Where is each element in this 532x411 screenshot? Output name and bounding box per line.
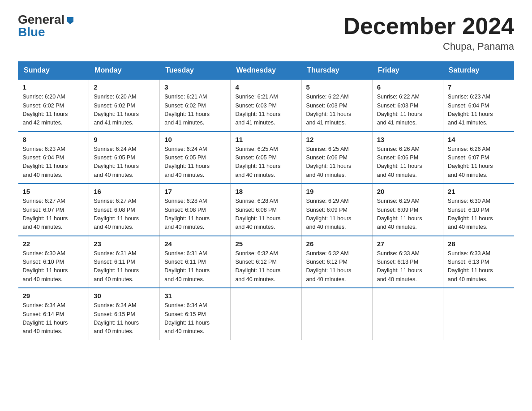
day-number: 2 [94,83,155,91]
header-monday: Monday [89,62,160,80]
page-header: General Blue December 2024 Chupa, Panama [18,13,514,52]
calendar-cell-w2-d2: 9 Sunrise: 6:24 AMSunset: 6:05 PMDayligh… [89,132,160,184]
calendar-header: Sunday Monday Tuesday Wednesday Thursday… [18,62,514,80]
day-number: 24 [164,240,226,248]
day-info: Sunrise: 6:28 AMSunset: 6:08 PMDaylight:… [235,197,296,232]
day-info: Sunrise: 6:34 AMSunset: 6:15 PMDaylight:… [94,301,155,336]
logo-general-text: General [18,13,64,26]
calendar-cell-w4-d5: 26 Sunrise: 6:32 AMSunset: 6:12 PMDaylig… [301,236,372,288]
calendar-cell-w1-d3: 3 Sunrise: 6:21 AMSunset: 6:02 PMDayligh… [160,79,231,132]
day-number: 9 [94,136,155,143]
day-number: 15 [23,188,85,195]
day-info: Sunrise: 6:31 AMSunset: 6:11 PMDaylight:… [164,249,226,284]
day-number: 16 [94,188,155,195]
header-tuesday: Tuesday [160,62,231,80]
calendar-week-3: 15 Sunrise: 6:27 AMSunset: 6:07 PMDaylig… [18,184,514,236]
day-info: Sunrise: 6:22 AMSunset: 6:03 PMDaylight:… [377,93,438,128]
title-section: December 2024 Chupa, Panama [343,13,514,52]
day-info: Sunrise: 6:33 AMSunset: 6:13 PMDaylight:… [448,249,510,284]
calendar-cell-w3-d2: 16 Sunrise: 6:27 AMSunset: 6:08 PMDaylig… [89,184,160,236]
day-info: Sunrise: 6:26 AMSunset: 6:07 PMDaylight:… [448,145,510,180]
calendar-cell-w1-d5: 5 Sunrise: 6:22 AMSunset: 6:03 PMDayligh… [301,79,372,132]
calendar-table: Sunday Monday Tuesday Wednesday Thursday… [18,61,514,340]
day-number: 8 [23,136,85,143]
calendar-cell-w5-d3: 31 Sunrise: 6:34 AMSunset: 6:15 PMDaylig… [160,288,231,340]
calendar-cell-w3-d7: 21 Sunrise: 6:30 AMSunset: 6:10 PMDaylig… [443,184,514,236]
day-number: 22 [23,240,85,248]
day-info: Sunrise: 6:33 AMSunset: 6:13 PMDaylight:… [377,249,438,284]
calendar-cell-w1-d7: 7 Sunrise: 6:23 AMSunset: 6:04 PMDayligh… [443,79,514,132]
day-info: Sunrise: 6:25 AMSunset: 6:06 PMDaylight:… [306,145,368,180]
day-number: 10 [164,136,226,143]
day-info: Sunrise: 6:21 AMSunset: 6:02 PMDaylight:… [164,93,226,128]
day-number: 3 [164,83,226,91]
day-info: Sunrise: 6:31 AMSunset: 6:11 PMDaylight:… [94,249,155,284]
calendar-cell-w4-d2: 23 Sunrise: 6:31 AMSunset: 6:11 PMDaylig… [89,236,160,288]
calendar-cell-w2-d1: 8 Sunrise: 6:23 AMSunset: 6:04 PMDayligh… [18,132,89,184]
day-info: Sunrise: 6:30 AMSunset: 6:10 PMDaylight:… [448,197,510,232]
day-info: Sunrise: 6:21 AMSunset: 6:03 PMDaylight:… [235,93,296,128]
calendar-cell-w2-d5: 12 Sunrise: 6:25 AMSunset: 6:06 PMDaylig… [301,132,372,184]
day-info: Sunrise: 6:34 AMSunset: 6:14 PMDaylight:… [23,301,85,336]
day-number: 27 [377,240,438,248]
calendar-cell-w2-d4: 11 Sunrise: 6:25 AMSunset: 6:05 PMDaylig… [231,132,301,184]
calendar-cell-w3-d4: 18 Sunrise: 6:28 AMSunset: 6:08 PMDaylig… [231,184,301,236]
header-sunday: Sunday [18,62,89,80]
day-number: 11 [235,136,296,143]
day-info: Sunrise: 6:22 AMSunset: 6:03 PMDaylight:… [306,93,368,128]
header-thursday: Thursday [301,62,372,80]
svg-marker-1 [67,21,73,24]
day-number: 5 [306,83,368,91]
day-info: Sunrise: 6:26 AMSunset: 6:06 PMDaylight:… [377,145,438,180]
calendar-cell-w1-d6: 6 Sunrise: 6:22 AMSunset: 6:03 PMDayligh… [372,79,443,132]
calendar-week-2: 8 Sunrise: 6:23 AMSunset: 6:04 PMDayligh… [18,132,514,184]
day-number: 23 [94,240,155,248]
calendar-cell-w5-d2: 30 Sunrise: 6:34 AMSunset: 6:15 PMDaylig… [89,288,160,340]
day-info: Sunrise: 6:27 AMSunset: 6:07 PMDaylight:… [23,197,85,232]
calendar-cell-w5-d1: 29 Sunrise: 6:34 AMSunset: 6:14 PMDaylig… [18,288,89,340]
calendar-cell-w5-d7 [443,288,514,340]
calendar-cell-w4-d7: 28 Sunrise: 6:33 AMSunset: 6:13 PMDaylig… [443,236,514,288]
logo-blue-text: Blue [18,26,45,39]
day-number: 7 [448,83,510,91]
calendar-cell-w4-d4: 25 Sunrise: 6:32 AMSunset: 6:12 PMDaylig… [231,236,301,288]
day-info: Sunrise: 6:29 AMSunset: 6:09 PMDaylight:… [377,197,438,232]
logo: General Blue [18,13,75,39]
calendar-cell-w4-d1: 22 Sunrise: 6:30 AMSunset: 6:10 PMDaylig… [18,236,89,288]
location-text: Chupa, Panama [343,41,514,52]
calendar-cell-w1-d1: 1 Sunrise: 6:20 AMSunset: 6:02 PMDayligh… [18,79,89,132]
calendar-cell-w5-d4 [231,288,301,340]
day-number: 4 [235,83,296,91]
day-number: 21 [448,188,510,195]
day-info: Sunrise: 6:23 AMSunset: 6:04 PMDaylight:… [448,93,510,128]
day-info: Sunrise: 6:32 AMSunset: 6:12 PMDaylight:… [235,249,296,284]
calendar-cell-w3-d3: 17 Sunrise: 6:28 AMSunset: 6:08 PMDaylig… [160,184,231,236]
month-title: December 2024 [343,13,514,39]
logo-arrow-icon [65,15,75,25]
day-number: 25 [235,240,296,248]
header-row: Sunday Monday Tuesday Wednesday Thursday… [18,62,514,80]
header-friday: Friday [372,62,443,80]
calendar-body: 1 Sunrise: 6:20 AMSunset: 6:02 PMDayligh… [18,79,514,340]
calendar-cell-w5-d5 [301,288,372,340]
calendar-cell-w4-d6: 27 Sunrise: 6:33 AMSunset: 6:13 PMDaylig… [372,236,443,288]
day-info: Sunrise: 6:24 AMSunset: 6:05 PMDaylight:… [164,145,226,180]
day-info: Sunrise: 6:20 AMSunset: 6:02 PMDaylight:… [94,93,155,128]
day-number: 29 [23,292,85,300]
day-info: Sunrise: 6:32 AMSunset: 6:12 PMDaylight:… [306,249,368,284]
day-info: Sunrise: 6:20 AMSunset: 6:02 PMDaylight:… [23,93,85,128]
day-info: Sunrise: 6:30 AMSunset: 6:10 PMDaylight:… [23,249,85,284]
header-wednesday: Wednesday [231,62,301,80]
calendar-cell-w3-d5: 19 Sunrise: 6:29 AMSunset: 6:09 PMDaylig… [301,184,372,236]
calendar-cell-w1-d4: 4 Sunrise: 6:21 AMSunset: 6:03 PMDayligh… [231,79,301,132]
calendar-cell-w3-d1: 15 Sunrise: 6:27 AMSunset: 6:07 PMDaylig… [18,184,89,236]
calendar-cell-w5-d6 [372,288,443,340]
day-info: Sunrise: 6:25 AMSunset: 6:05 PMDaylight:… [235,145,296,180]
day-info: Sunrise: 6:27 AMSunset: 6:08 PMDaylight:… [94,197,155,232]
day-number: 14 [448,136,510,143]
day-number: 13 [377,136,438,143]
day-number: 12 [306,136,368,143]
calendar-cell-w2-d7: 14 Sunrise: 6:26 AMSunset: 6:07 PMDaylig… [443,132,514,184]
day-info: Sunrise: 6:29 AMSunset: 6:09 PMDaylight:… [306,197,368,232]
calendar-cell-w2-d6: 13 Sunrise: 6:26 AMSunset: 6:06 PMDaylig… [372,132,443,184]
